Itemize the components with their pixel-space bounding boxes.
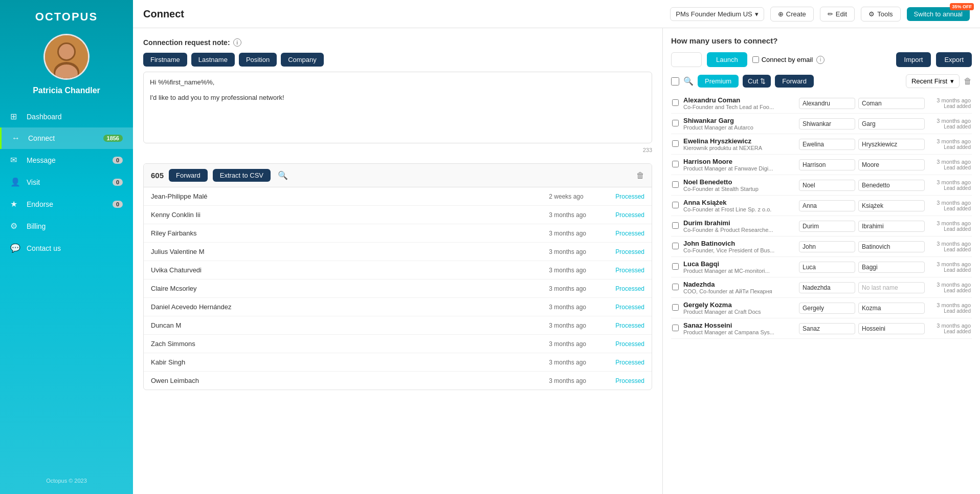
- lead-checkbox[interactable]: [672, 120, 679, 126]
- queue-time: 3 months ago: [549, 340, 615, 348]
- lead-checkbox[interactable]: [672, 304, 679, 311]
- queue-search-icon[interactable]: 🔍: [278, 170, 288, 180]
- lead-first-input[interactable]: [799, 159, 855, 170]
- lead-first-input[interactable]: [799, 323, 855, 334]
- lead-name: Anna Książek: [683, 199, 799, 206]
- email-info-icon[interactable]: i: [816, 56, 825, 64]
- leads-row: Shiwankar Garg Product Manager at Autarc…: [671, 114, 972, 134]
- right-panel-title: How many users to connect?: [671, 36, 972, 45]
- lead-checkbox[interactable]: [672, 222, 679, 229]
- lead-checkbox[interactable]: [672, 161, 679, 167]
- plan-selector[interactable]: PMs Founder Medium US ▾: [670, 7, 764, 21]
- lead-info: Alexandru Coman Co-Founder and Tech Lead…: [683, 96, 799, 110]
- lead-first-input[interactable]: [799, 241, 855, 252]
- lead-first-input[interactable]: [799, 303, 855, 314]
- connect-email-checkbox[interactable]: Connect by email i: [752, 56, 825, 64]
- lead-first-input[interactable]: [799, 118, 855, 130]
- import-button[interactable]: Import: [896, 52, 931, 67]
- queue-time: 3 months ago: [549, 359, 615, 366]
- sidebar-item-connect[interactable]: ↔ Connect 1856: [0, 127, 133, 149]
- lead-checkbox[interactable]: [672, 140, 679, 147]
- lead-last-input[interactable]: [858, 200, 925, 211]
- leads-row: Alexandru Coman Co-Founder and Tech Lead…: [671, 93, 972, 114]
- lead-checkbox[interactable]: [672, 202, 679, 208]
- sort-dropdown[interactable]: Recent First ▾: [906, 74, 960, 88]
- lead-last-input[interactable]: [858, 180, 925, 191]
- sidebar-item-label: Contact us: [27, 244, 123, 252]
- lead-first-input[interactable]: [799, 200, 855, 211]
- lead-first-input[interactable]: [799, 262, 855, 273]
- svg-point-3: [59, 44, 74, 59]
- lead-desc: Product Manager at Campana Sys...: [683, 329, 786, 335]
- lead-last-input[interactable]: [858, 221, 925, 232]
- sidebar-item-contact[interactable]: 💬 Contact us: [0, 237, 133, 259]
- lead-first-input[interactable]: [799, 221, 855, 232]
- lead-first-input[interactable]: [799, 139, 855, 150]
- lead-last-input[interactable]: [858, 159, 925, 170]
- export-button[interactable]: Export: [936, 52, 972, 67]
- queue-name: Owen Leimbach: [151, 377, 549, 384]
- forward-filter-button[interactable]: Forward: [775, 75, 814, 88]
- lead-last-input[interactable]: [858, 303, 925, 314]
- lead-first-input[interactable]: [799, 180, 855, 191]
- sidebar-item-label: Endorse: [27, 200, 113, 208]
- leads-row: John Batinovich Co-Founder, Vice Preside…: [671, 237, 972, 257]
- lead-first-cell: [799, 262, 855, 273]
- leads-row: Durim Ibrahimi Co-Founder & Product Rese…: [671, 216, 972, 237]
- lead-last-input[interactable]: [858, 323, 925, 334]
- lead-meta: 3 months ago Lead added: [925, 159, 971, 170]
- select-all-checkbox[interactable]: [671, 77, 679, 85]
- connect-controls: Launch Connect by email i Import Export: [671, 52, 972, 67]
- lead-checkbox[interactable]: [672, 243, 679, 249]
- lead-first-input[interactable]: [799, 98, 855, 109]
- lead-info: Noel Benedetto Co-Founder at Stealth Sta…: [683, 178, 799, 192]
- filter-search-icon[interactable]: 🔍: [683, 76, 694, 86]
- lead-last-input[interactable]: [858, 262, 925, 273]
- lead-checkbox[interactable]: [672, 325, 679, 331]
- lead-first-input[interactable]: [799, 282, 855, 293]
- queue-time: 3 months ago: [549, 211, 615, 219]
- lead-checkbox[interactable]: [672, 181, 679, 188]
- sidebar-item-endorse[interactable]: ★ Endorse 0: [0, 193, 133, 215]
- queue-extract-button[interactable]: Extract to CSV: [213, 169, 271, 182]
- filter-trash-icon[interactable]: 🗑: [964, 77, 972, 86]
- edit-button[interactable]: ✏ Edit: [820, 7, 855, 22]
- queue-status: Processed: [615, 285, 644, 292]
- lead-checkbox[interactable]: [672, 99, 679, 106]
- lead-last-input[interactable]: [858, 118, 925, 130]
- sidebar-item-message[interactable]: ✉ Message 0: [0, 149, 133, 171]
- queue-delete-icon[interactable]: 🗑: [636, 171, 644, 180]
- premium-filter-button[interactable]: Premium: [698, 75, 739, 88]
- switch-annual-button[interactable]: Switch to annual 35% OFF: [907, 7, 970, 21]
- lead-label: Lead added: [928, 124, 971, 130]
- queue-forward-button[interactable]: Forward: [169, 169, 208, 182]
- tag-company-button[interactable]: Company: [281, 53, 324, 67]
- lead-last-input[interactable]: [858, 241, 925, 252]
- tools-label: Tools: [877, 10, 893, 18]
- lead-checkbox[interactable]: [672, 263, 679, 270]
- info-icon[interactable]: i: [233, 38, 241, 47]
- sidebar-footer: Octopus © 2023: [41, 472, 92, 489]
- note-textarea[interactable]: Hi %%first_name%%, I'd like to add you t…: [143, 72, 652, 143]
- tag-lastname-button[interactable]: Lastname: [191, 53, 235, 67]
- lead-last-input[interactable]: [858, 98, 925, 109]
- user-count-input[interactable]: [671, 52, 702, 67]
- lead-checkbox[interactable]: [672, 284, 679, 290]
- create-button[interactable]: ⊕ Create: [770, 7, 814, 22]
- sidebar-item-billing[interactable]: ⚙ Billing: [0, 215, 133, 237]
- connect-email-check[interactable]: [752, 56, 759, 63]
- connect-badge: 1856: [103, 135, 123, 142]
- sidebar-item-visit[interactable]: 👤 Visit 0: [0, 171, 133, 193]
- lead-time: 3 months ago: [928, 302, 971, 308]
- sidebar-item-dashboard[interactable]: ⊞ Dashboard: [0, 105, 133, 127]
- tools-button[interactable]: ⚙ Tools: [861, 7, 900, 22]
- tag-position-button[interactable]: Position: [239, 53, 277, 67]
- lead-first-cell: [799, 139, 855, 150]
- launch-button[interactable]: Launch: [707, 52, 747, 67]
- tag-firstname-button[interactable]: Firstname: [143, 53, 187, 67]
- lead-last-input[interactable]: [858, 139, 925, 150]
- queue-status: Processed: [615, 304, 644, 311]
- lead-checkbox-cell: [672, 99, 683, 108]
- lead-last-input[interactable]: [858, 282, 925, 293]
- cut-filter-button[interactable]: Cut ⇅: [743, 75, 771, 88]
